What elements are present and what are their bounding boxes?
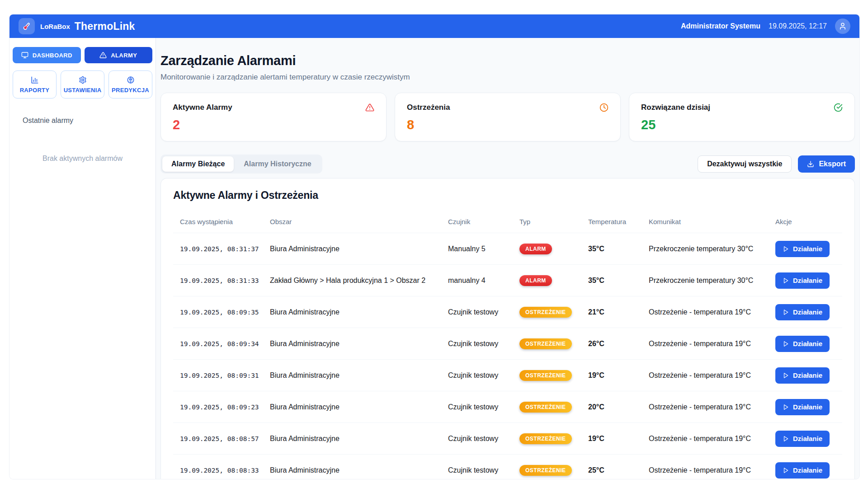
action-button[interactable]: Działanie	[775, 462, 830, 479]
cell-temperature: 35°C	[587, 245, 648, 253]
cell-time: 19.09.2025, 08:09:31	[173, 372, 269, 379]
download-icon	[807, 160, 814, 168]
recent-alarms-empty: Brak aktywnych alarmów	[13, 155, 152, 163]
cell-sensor: Czujnik testowy	[447, 435, 519, 443]
action-button[interactable]: Działanie	[775, 241, 830, 257]
type-badge: OSTRZEŻENIE	[519, 402, 572, 413]
cell-message: Ostrzeżenie - temperatura 19°C	[648, 340, 774, 348]
main-content: Zarządzanie Alarmami Monitorowanie i zar…	[156, 38, 859, 479]
cell-time: 19.09.2025, 08:09:35	[173, 309, 269, 316]
cell-type: OSTRZEŻENIE	[519, 402, 587, 413]
cell-temperature: 20°C	[587, 403, 648, 411]
deactivate-all-button[interactable]: Dezaktywuj wszystkie	[698, 155, 792, 173]
table-title: Aktywne Alarmy i Ostrzeżenia	[173, 189, 842, 202]
cell-temperature: 19°C	[587, 371, 648, 380]
cell-area: Zakład Główny > Hala produkcyjna 1 > Obs…	[269, 277, 447, 285]
table-row: 19.09.2025, 08:09:34 Biura Administracyj…	[173, 328, 842, 359]
sidebar-item-alarmy[interactable]: ALARMY	[85, 47, 153, 63]
stat-card-active-alarms: Aktywne Alarmy 2	[160, 93, 387, 141]
play-icon	[783, 277, 789, 284]
cell-area: Biura Administracyjne	[269, 403, 447, 411]
cell-message: Przekroczenie temperatury 30°C	[648, 245, 774, 253]
col-header-actions: Akcje	[774, 218, 842, 225]
action-button-label: Działanie	[793, 371, 822, 379]
sidebar-item-predykcja[interactable]: PREDYKCJA	[108, 70, 152, 99]
stat-label: Rozwiązane dzisiaj	[641, 103, 710, 112]
action-button[interactable]: Działanie	[775, 336, 830, 352]
stat-card-warnings: Ostrzeżenia 8	[395, 93, 621, 141]
play-icon	[783, 436, 789, 442]
top-header: LoRaBox ThermoLink Administrator Systemu…	[9, 14, 859, 38]
cell-message: Ostrzeżenie - temperatura 19°C	[648, 371, 774, 380]
action-button[interactable]: Działanie	[775, 272, 830, 289]
cell-type: ALARM	[519, 244, 587, 254]
sidebar-item-label: DASHBOARD	[33, 52, 72, 59]
action-button[interactable]: Działanie	[775, 431, 830, 447]
action-button-label: Działanie	[793, 466, 822, 474]
sidebar-item-dashboard[interactable]: DASHBOARD	[13, 47, 81, 63]
sidebar-item-label: ALARMY	[111, 52, 137, 59]
type-badge: ALARM	[519, 275, 552, 286]
tab-alarmy-historyczne[interactable]: Alarmy Historyczne	[235, 156, 320, 172]
cell-message: Ostrzeżenie - temperatura 19°C	[648, 466, 774, 474]
sidebar-item-ustawienia[interactable]: USTAWIENIA	[61, 70, 104, 99]
action-button[interactable]: Działanie	[775, 399, 830, 415]
cell-temperature: 19°C	[587, 435, 648, 443]
cell-type: OSTRZEŻENIE	[519, 338, 587, 349]
cell-area: Biura Administracyjne	[269, 245, 447, 253]
cell-actions: Działanie	[774, 367, 842, 384]
action-button-label: Działanie	[793, 277, 822, 284]
header-user-name: Administrator Systemu	[681, 22, 760, 30]
user-icon	[839, 22, 847, 30]
cell-temperature: 35°C	[587, 277, 648, 285]
table-body: 19.09.2025, 08:31:37 Biura Administracyj…	[173, 233, 842, 479]
cell-time: 19.09.2025, 08:31:37	[173, 245, 269, 253]
play-icon	[783, 246, 789, 252]
play-icon	[783, 341, 789, 347]
cell-time: 19.09.2025, 08:08:33	[173, 467, 269, 474]
user-avatar[interactable]	[835, 19, 850, 34]
table-header-row: Czas wystąpienia Obszar Czujnik Typ Temp…	[173, 213, 842, 233]
stat-label: Aktywne Alarmy	[173, 103, 232, 112]
action-button[interactable]: Działanie	[775, 367, 830, 384]
table-row: 19.09.2025, 08:09:35 Biura Administracyj…	[173, 296, 842, 328]
recent-alarms-title: Ostatnie alarmy	[23, 117, 152, 125]
action-button-label: Działanie	[793, 340, 822, 347]
tab-alarmy-biezace[interactable]: Alarmy Bieżące	[162, 156, 234, 172]
export-button[interactable]: Eksport	[798, 155, 855, 173]
cell-actions: Działanie	[774, 431, 842, 447]
sidebar: DASHBOARD ALARMY	[9, 38, 156, 479]
alarms-table-card: Aktywne Alarmy i Ostrzeżenia Czas wystąp…	[160, 178, 855, 479]
col-header-message: Komunikat	[648, 218, 774, 225]
stat-card-resolved-today: Rozwiązane dzisiaj 25	[629, 93, 855, 141]
page-title: Zarządzanie Alarmami	[160, 53, 855, 68]
type-badge: OSTRZEŻENIE	[519, 370, 572, 381]
cell-actions: Działanie	[774, 272, 842, 289]
play-icon	[783, 467, 789, 474]
type-badge: OSTRZEŻENIE	[519, 307, 572, 318]
app-window: LoRaBox ThermoLink Administrator Systemu…	[9, 14, 859, 479]
play-icon	[783, 372, 789, 379]
sidebar-item-raporty[interactable]: RAPORTY	[13, 70, 57, 99]
cell-time: 19.09.2025, 08:31:33	[173, 277, 269, 284]
cell-area: Biura Administracyjne	[269, 308, 447, 316]
stat-label: Ostrzeżenia	[407, 103, 450, 112]
cell-actions: Działanie	[774, 304, 842, 320]
col-header-type: Typ	[519, 218, 587, 225]
col-header-temperature: Temperatura	[587, 218, 648, 225]
tabs: Alarmy Bieżące Alarmy Historyczne	[160, 155, 322, 174]
cell-type: OSTRZEŻENIE	[519, 433, 587, 444]
sidebar-item-label: PREDYKCJA	[112, 87, 149, 94]
check-circle-icon	[834, 103, 843, 112]
action-button-label: Działanie	[793, 245, 822, 253]
table-row: 19.09.2025, 08:31:37 Biura Administracyj…	[173, 233, 842, 264]
action-button[interactable]: Działanie	[775, 304, 830, 320]
table-row: 19.09.2025, 08:08:57 Biura Administracyj…	[173, 422, 842, 454]
stat-value-active-alarms: 2	[173, 117, 374, 132]
brand-main: ThermoLink	[75, 20, 135, 33]
cell-time: 19.09.2025, 08:09:34	[173, 340, 269, 347]
cell-temperature: 25°C	[587, 466, 648, 474]
brain-icon	[127, 76, 135, 84]
action-button-label: Działanie	[793, 308, 822, 316]
cell-temperature: 21°C	[587, 308, 648, 316]
